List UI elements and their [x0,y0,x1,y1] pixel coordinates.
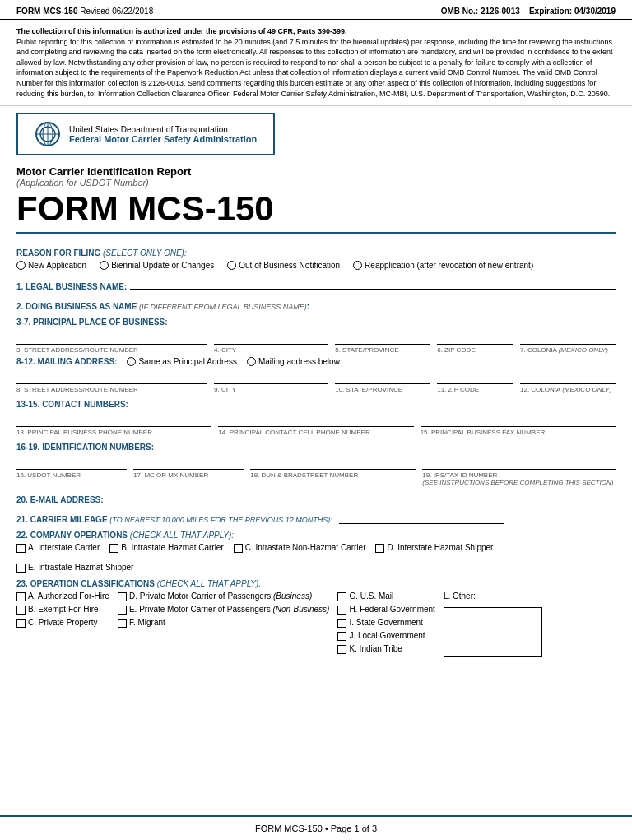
mailing-options: 8-12. MAILING ADDRESS: Same as Principal… [16,357,616,366]
colonia-input[interactable] [520,330,616,345]
radio-same-address[interactable]: Same as Principal Address [127,357,237,366]
dot-logo-icon [35,121,61,147]
principal-place-row: 3. STREET ADDRESS/ROUTE NUMBER 4. CITY 5… [16,330,616,354]
street-input[interactable] [16,330,207,345]
reason-note: (select only one): [103,248,187,258]
state-input[interactable] [335,330,430,345]
checkbox-box[interactable] [118,606,127,615]
dun-input[interactable] [250,455,416,470]
contact-row: 13. PRINCIPAL BUSINESS PHONE NUMBER 14. … [16,412,616,436]
op-col-1: A. Authorized For-Hire B. Exempt For-Hir… [16,592,109,657]
checkbox-intrastate-hazmat-carrier[interactable]: B. Intrastate Hazmat Carrier [109,543,223,553]
phone-label: 13. PRINCIPAL BUSINESS PHONE NUMBER [16,429,211,436]
checkbox-state-government[interactable]: I. State Government [337,618,435,628]
checkbox-box[interactable] [109,544,118,553]
radio-circle[interactable] [353,261,362,270]
checkbox-box[interactable] [337,606,346,615]
checkbox-authorized-for-hire[interactable]: A. Authorized For-Hire [16,592,109,601]
radio-label: New Application [28,261,86,270]
mc-input[interactable] [133,455,244,470]
page: FORM MCS-150 Revised 06/22/2018 OMB No.:… [0,0,632,840]
mailing-street-input[interactable] [16,369,207,384]
mailing-state-field: 10. STATE/PROVINCE [335,369,430,393]
checkbox-private-property[interactable]: C. Private Property [16,618,109,628]
logo-section: United States Department of Transportati… [16,113,275,155]
checkbox-box[interactable] [16,592,26,601]
radio-circle[interactable] [100,261,109,270]
legal-business-name-field: 1. LEGAL BUSINESS NAME: [16,275,616,291]
radio-circle[interactable] [247,357,256,366]
checkbox-private-motor-nonbusiness[interactable]: E. Private Motor Carrier of Passengers (… [118,605,329,615]
checkbox-label: B. Intrastate Hazmat Carrier [121,543,223,552]
footer-text: FORM MCS-150 • Page 1 of 3 [255,824,377,833]
state-field: 5. STATE/PROVINCE [335,330,430,354]
mc-field: 17. MC or MX NUMBER [133,455,244,486]
fax-field: 15. PRINCIPAL BUSINESS FAX NUMBER [421,412,616,436]
dba-input[interactable] [313,295,616,309]
radio-circle[interactable] [127,357,136,366]
radio-reapplication[interactable]: Reapplication (after revocation of new e… [353,261,533,270]
agency-line1: United States Department of Transportati… [69,125,257,134]
checkbox-box[interactable] [16,619,26,628]
other-input-box[interactable] [444,607,542,657]
form-title-large: FORM MCS-150 [16,189,616,229]
checkbox-box[interactable] [234,544,243,553]
notice-body: Public reporting for this collection of … [16,38,613,98]
checkbox-indian-tribe[interactable]: K. Indian Tribe [337,644,435,654]
radio-biennial[interactable]: Biennial Update or Changes [100,261,214,270]
mailing-city-input[interactable] [214,369,328,384]
colonia-field: 7. COLONIA (Mexico only) [520,330,616,354]
checkbox-box[interactable] [16,564,26,573]
city-field: 4. CITY [214,330,328,354]
company-ops-header: 22. COMPANY OPERATIONS (check all that a… [16,531,616,540]
radio-circle[interactable] [16,261,26,270]
mailing-state-input[interactable] [335,369,430,384]
email-row: 20. E-MAIL ADDRESS: [16,490,616,504]
mailing-street-label: 8. STREET ADDRESS/ROUTE NUMBER [16,386,207,393]
email-input[interactable] [110,490,324,504]
checkbox-box[interactable] [118,592,127,601]
city-input[interactable] [214,330,328,345]
form-name-bold: FORM MCS-150 [16,7,77,16]
radio-circle[interactable] [227,261,236,270]
checkbox-intrastate-hazmat-shipper[interactable]: E. Intrastate Hazmat Shipper [16,563,133,573]
checkbox-box[interactable] [375,544,384,553]
legal-name-input[interactable] [130,275,616,290]
radio-mailing-below[interactable]: Mailing address below: [247,357,342,366]
checkbox-box[interactable] [337,592,346,601]
radio-out-of-business[interactable]: Out of Business Notification [227,261,340,270]
mailing-zip-input[interactable] [437,369,514,384]
checkbox-box[interactable] [337,645,346,654]
fax-input[interactable] [421,412,616,427]
phone-input[interactable] [16,412,211,427]
cell-input[interactable] [218,412,413,427]
checkbox-exempt-for-hire[interactable]: B. Exempt For-Hire [16,605,109,615]
checkbox-federal-government[interactable]: H. Federal Government [337,605,435,615]
checkbox-box[interactable] [337,619,346,628]
radio-new-application[interactable]: New Application [16,261,86,270]
checkbox-private-motor-business[interactable]: D. Private Motor Carrier of Passengers (… [118,592,329,601]
checkbox-migrant[interactable]: F. Migrant [118,618,329,628]
state-label: 5. STATE/PROVINCE [335,346,430,354]
checkbox-box[interactable] [16,606,26,615]
checkbox-interstate-carrier[interactable]: A. Interstate Carrier [16,543,100,553]
fax-label: 15. PRINCIPAL BUSINESS FAX NUMBER [421,429,616,436]
checkbox-box[interactable] [16,544,26,553]
zip-input[interactable] [437,330,514,345]
usdot-input[interactable] [16,455,127,470]
irs-input[interactable] [422,455,616,470]
mailing-city-field: 9. CITY [214,369,328,393]
checkbox-box[interactable] [337,632,346,641]
checkbox-box[interactable] [118,619,127,628]
checkbox-label: K. Indian Tribe [349,644,402,653]
mailing-colonia-input[interactable] [520,369,616,384]
mileage-input[interactable] [339,509,504,524]
mailing-header: 8-12. MAILING ADDRESS: [16,357,117,366]
op-class-grid: A. Authorized For-Hire B. Exempt For-Hir… [16,592,616,657]
checkbox-us-mail[interactable]: G. U.S. Mail [337,592,435,601]
checkbox-intrastate-nonhazmat[interactable]: C. Intrastate Non-Hazmat Carrier [234,543,366,553]
revised-date: Revised 06/22/2018 [80,7,153,16]
checkbox-interstate-hazmat-shipper[interactable]: D. Interstate Hazmat Shipper [375,543,493,553]
checkbox-local-government[interactable]: J. Local Government [337,631,435,641]
zip-label: 6. ZIP CODE [437,346,514,354]
